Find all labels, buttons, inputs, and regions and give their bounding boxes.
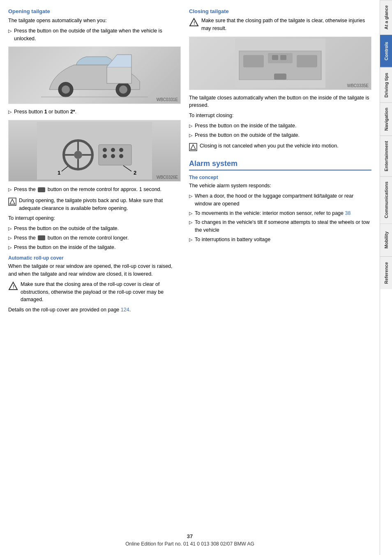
sidebar-tabs: At a glance Controls Driving tips Naviga… xyxy=(380,0,392,555)
closing-warning-text: Make sure that the closing path of the t… xyxy=(201,17,371,32)
sidebar-tab-driving-tips[interactable]: Driving tips xyxy=(380,67,392,103)
svg-rect-32 xyxy=(243,55,264,67)
bullet-text: To changes in the vehicle's tilt if some… xyxy=(195,219,371,234)
closing-interrupt-bullets: ▷ Press the button on the inside of the … xyxy=(189,122,371,139)
bullet-arrow-icon: ▷ xyxy=(189,132,192,139)
alarm-system-heading: Alarm system xyxy=(189,159,371,170)
rollup-details: Details on the roll-up cover are provide… xyxy=(8,306,181,314)
svg-rect-35 xyxy=(280,55,286,60)
list-item: ▷ Press the button on the outside of the… xyxy=(189,131,371,139)
page-link-124[interactable]: 124 xyxy=(121,307,129,313)
right-column: Closing tailgate ! Make sure that the cl… xyxy=(189,8,371,547)
bullet-text: Press the button on the outside of the t… xyxy=(14,27,181,43)
opening-tailgate-section: Opening tailgate The tailgate opens auto… xyxy=(8,8,181,251)
bullet-text: Press the button on the inside of the ta… xyxy=(14,244,115,251)
rollup-warning: ! Make sure that the closing area of the… xyxy=(8,281,181,304)
alarm-concept-heading: The concept xyxy=(189,175,371,180)
bullet-text: To movements in the vehicle: interior mo… xyxy=(195,210,350,217)
bullet-arrow-icon: ▷ xyxy=(8,244,12,251)
svg-point-16 xyxy=(119,148,123,152)
car-interior-image: 1 2 WBC0326E xyxy=(8,120,181,182)
note-opening: During opening, the tailgate pivots back… xyxy=(8,197,181,212)
svg-text:2: 2 xyxy=(134,170,136,176)
sidebar-tab-entertainment[interactable]: Entertainment xyxy=(380,136,392,176)
image-label2: WBC0326E xyxy=(157,175,178,180)
svg-point-8 xyxy=(74,151,82,159)
bullet-text: When a door, the hood or the luggage com… xyxy=(195,192,371,208)
rollup-warning-text: Make sure that the closing area of the r… xyxy=(21,281,181,304)
sidebar-tab-reference[interactable]: Reference xyxy=(380,256,392,289)
sidebar-tab-mobility[interactable]: Mobility xyxy=(380,223,392,256)
svg-rect-34 xyxy=(272,55,278,60)
list-item: ▷ To changes in the vehicle's tilt if so… xyxy=(189,219,371,234)
closing-tailgate-heading: Closing tailgate xyxy=(189,8,371,14)
interrupt-close-label: To interrupt closing: xyxy=(189,112,371,120)
svg-point-1 xyxy=(62,85,70,94)
interrupt-label: To interrupt opening: xyxy=(8,214,181,222)
closing-warning: ! Make sure that the closing path of the… xyxy=(189,17,371,32)
bullet-text: Press the button on the inside of the ta… xyxy=(195,122,296,130)
svg-point-3 xyxy=(119,85,127,94)
sidebar-tab-at-a-glance[interactable]: At a glance xyxy=(380,0,392,35)
opening-bullets-1: ▷ Press the button on the outside of the… xyxy=(8,27,181,43)
svg-text:!: ! xyxy=(13,284,14,289)
warning-icon: ! xyxy=(189,18,199,28)
svg-point-18 xyxy=(111,154,115,158)
closing-note: Closing is not canceled when you put the… xyxy=(189,142,371,151)
svg-text:!: ! xyxy=(194,21,195,25)
bullet-text: Press button 1 or button 2*. xyxy=(14,108,76,116)
rollup-heading: Automatic roll-up cover xyxy=(8,255,181,261)
list-item: ▷ Press the button on the inside of the … xyxy=(8,244,181,251)
sidebar-tab-communications[interactable]: Communications xyxy=(380,176,392,223)
bullet-arrow-icon: ▷ xyxy=(8,225,12,232)
svg-rect-37 xyxy=(274,74,286,80)
bullet-text: Press the button on the outside of the t… xyxy=(195,131,300,139)
interrupt-bullets: ▷ Press the button on the outside of the… xyxy=(8,225,181,251)
bullet-text: Press the button on the remote control f… xyxy=(14,186,161,193)
bullet-arrow-icon: ▷ xyxy=(189,210,192,217)
svg-rect-4 xyxy=(107,67,131,83)
sidebar-tab-navigation[interactable]: Navigation xyxy=(380,102,392,136)
list-item: ▷ Press the button on the outside of the… xyxy=(8,27,181,43)
triangle-icon xyxy=(8,198,16,206)
list-item: ▷ Press the button on the inside of the … xyxy=(189,122,371,130)
rollup-intro: When the tailgate or rear window are ope… xyxy=(8,263,181,278)
alarm-bullets: ▷ When a door, the hood or the luggage c… xyxy=(189,192,371,244)
bullet-arrow-icon: ▷ xyxy=(8,235,12,242)
bullet-arrow-icon: ▷ xyxy=(189,193,192,200)
list-item: ▷ To movements in the vehicle: interior … xyxy=(189,210,371,217)
list-item: ▷ Press the button on the remote control… xyxy=(8,234,181,242)
auto-close-text: The tailgate closes automatically when t… xyxy=(189,94,371,110)
list-item: ▷ To interruptions in battery voltage xyxy=(189,236,371,244)
svg-point-14 xyxy=(103,148,107,152)
footer-text: Online Edition for Part no. 01 41 0 013 … xyxy=(0,541,380,547)
bullet-arrow-icon: ▷ xyxy=(189,122,192,129)
svg-marker-39 xyxy=(191,145,196,150)
triangle-note-icon xyxy=(189,143,197,151)
sidebar-tab-controls[interactable]: Controls xyxy=(380,35,392,67)
rollup-cover-section: Automatic roll-up cover When the tailgat… xyxy=(8,255,181,314)
bullet-arrow-icon: ▷ xyxy=(8,108,12,115)
image-label3: WBC0335E xyxy=(347,83,369,88)
left-column: Opening tailgate The tailgate opens auto… xyxy=(8,8,181,547)
opening-bullets-2: ▷ Press button 1 or button 2*. xyxy=(8,108,181,116)
closing-note-text: Closing is not canceled when you put the… xyxy=(200,142,339,150)
page-link-38[interactable]: 38 xyxy=(345,210,350,216)
closing-tailgate-section: Closing tailgate ! Make sure that the cl… xyxy=(189,8,371,151)
bullet-text: Press the button on the remote control l… xyxy=(14,234,129,242)
list-item: ▷ Press the button on the remote control… xyxy=(8,186,181,193)
car-exterior-image: WBC0331E xyxy=(8,46,181,104)
page-number: 37 xyxy=(0,533,380,539)
svg-rect-36 xyxy=(297,55,317,67)
alarm-intro: The vehicle alarm system responds: xyxy=(189,182,371,190)
note-text: During opening, the tailgate pivots back… xyxy=(19,197,181,212)
image-label: WBC0331E xyxy=(157,97,178,102)
warning-triangle-icon: ! xyxy=(8,281,18,291)
svg-marker-25 xyxy=(10,199,15,204)
bullet-text: To interruptions in battery voltage xyxy=(195,236,270,244)
bullet-arrow-icon: ▷ xyxy=(189,236,192,243)
opening-tailgate-intro: The tailgate opens automatically when yo… xyxy=(8,17,181,25)
svg-text:1: 1 xyxy=(58,170,60,176)
bullet-arrow-icon: ▷ xyxy=(189,219,192,226)
opening-bullets-3: ▷ Press the button on the remote control… xyxy=(8,186,181,193)
